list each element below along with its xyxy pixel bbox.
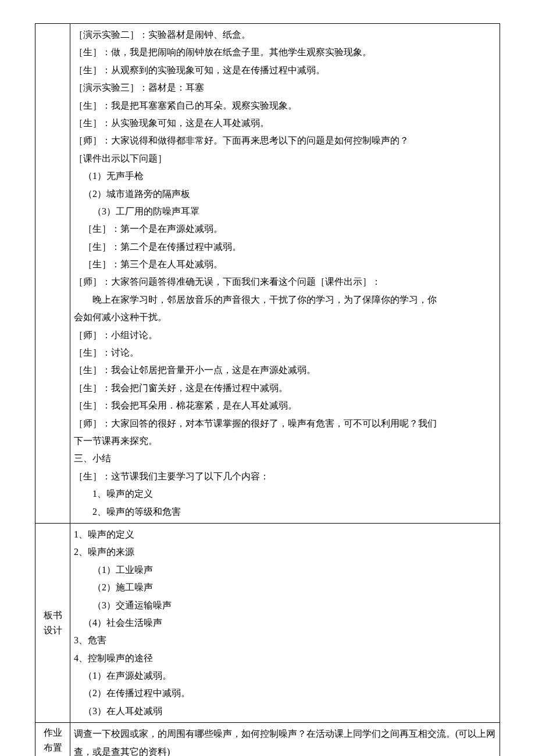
- main-line-5: ［生］：从实验现象可知，这是在人耳处减弱。: [74, 114, 496, 132]
- board-line-0: 1、噪声的定义: [74, 526, 496, 543]
- main-line-2: ［生］：从观察到的实验现象可知，这是在传播过程中减弱。: [74, 62, 496, 79]
- row-homework: 作业布置 调查一下校园或家，的周围有哪些噪声，如何控制噪声？在活动课上同学们之间…: [35, 723, 500, 756]
- main-line-13: ［生］：第三个是在人耳处减弱。: [74, 256, 496, 273]
- main-line-17: ［师］：小组讨论。: [74, 327, 496, 344]
- board-line-10: （3）在人耳处减弱: [74, 703, 496, 720]
- board-line-3: （2）施工噪声: [74, 579, 496, 596]
- row-board-design: 板书设计 1、噪声的定义2、噪声的来源（1）工业噪声（2）施工噪声（3）交通运输…: [35, 523, 500, 722]
- board-line-1: 2、噪声的来源: [74, 543, 496, 561]
- main-line-21: ［生］：我会把耳朵用．棉花塞紧，是在人耳处减弱。: [74, 397, 496, 414]
- main-line-19: ［生］：我会让邻居把音量开小一点，这是在声源处减弱。: [74, 361, 496, 379]
- label-board-design: 板书设计: [35, 523, 70, 722]
- board-line-6: 3、危害: [74, 632, 496, 649]
- main-line-16: 会如何减小这种干扰。: [74, 309, 496, 326]
- document-table: ［演示实验二］：实验器材是闹钟、纸盒。［生］：做，我是把闹响的闹钟放在纸盒子里。…: [35, 23, 500, 756]
- label-cell-empty: [35, 24, 70, 524]
- board-line-2: （1）工业噪声: [74, 561, 496, 579]
- main-line-11: ［生］：第一个是在声源处减弱。: [74, 220, 496, 238]
- board-line-4: （3）交通运输噪声: [74, 597, 496, 614]
- main-line-27: 2、噪声的等级和危害: [74, 503, 496, 521]
- main-line-10: （3）工厂用的防噪声耳罩: [74, 203, 496, 220]
- main-line-22: ［师］：大家回答的很好，对本节课掌握的很好了，噪声有危害，可不可以利用呢？我们: [74, 415, 496, 432]
- main-line-4: ［生］：我是把耳塞塞紧自己的耳朵。观察实验现象。: [74, 97, 496, 114]
- board-line-9: （2）在传播过程中减弱。: [74, 685, 496, 702]
- main-line-20: ［生］：我会把门窗关好，这是在传播过程中减弱。: [74, 379, 496, 397]
- row-main-content: ［演示实验二］：实验器材是闹钟、纸盒。［生］：做，我是把闹响的闹钟放在纸盒子里。…: [35, 24, 500, 524]
- main-line-14: ［师］：大家答问题答得准确无误，下面我们来看这个问题［课件出示］：: [74, 273, 496, 291]
- board-line-8: （1）在声源处减弱。: [74, 667, 496, 685]
- label-homework: 作业布置: [35, 723, 70, 756]
- content-cell-homework: 调查一下校园或家，的周围有哪些噪声，如何控制噪声？在活动课上同学们之间再互相交流…: [70, 723, 500, 756]
- main-line-18: ［生］：讨论。: [74, 344, 496, 361]
- content-cell-board: 1、噪声的定义2、噪声的来源（1）工业噪声（2）施工噪声（3）交通运输噪声（4）…: [70, 523, 500, 722]
- main-line-8: （1）无声手枪: [74, 167, 496, 185]
- main-line-0: ［演示实验二］：实验器材是闹钟、纸盒。: [74, 26, 496, 44]
- content-cell-main: ［演示实验二］：实验器材是闹钟、纸盒。［生］：做，我是把闹响的闹钟放在纸盒子里。…: [70, 24, 500, 524]
- main-line-3: ［演示实验三］：器材是：耳塞: [74, 79, 496, 96]
- main-line-1: ［生］：做，我是把闹响的闹钟放在纸盒子里。其他学生观察实验现象。: [74, 44, 496, 61]
- main-line-12: ［生］：第二个是在传播过程中减弱。: [74, 238, 496, 256]
- main-line-7: ［课件出示以下问题］: [74, 150, 496, 167]
- main-line-26: 1、噪声的定义: [74, 485, 496, 503]
- main-line-9: （2）城市道路旁的隔声板: [74, 185, 496, 203]
- main-line-23: 下一节课再来探究。: [74, 432, 496, 450]
- board-line-5: （4）社会生活噪声: [74, 614, 496, 632]
- main-line-24: 三、小结: [74, 450, 496, 467]
- main-line-25: ［生］：这节课我们主要学习了以下几个内容：: [74, 468, 496, 485]
- homework-text: 调查一下校园或家，的周围有哪些噪声，如何控制噪声？在活动课上同学们之间再互相交流…: [74, 725, 496, 756]
- board-line-7: 4、控制噪声的途径: [74, 650, 496, 667]
- main-line-15: 晚上在家学习时，邻居放音乐的声音很大，干扰了你的学习，为了保障你的学习，你: [74, 291, 496, 309]
- main-line-6: ［师］：大家说得和做得都非常好。下面再来思考以下的问题是如何控制噪声的？: [74, 132, 496, 149]
